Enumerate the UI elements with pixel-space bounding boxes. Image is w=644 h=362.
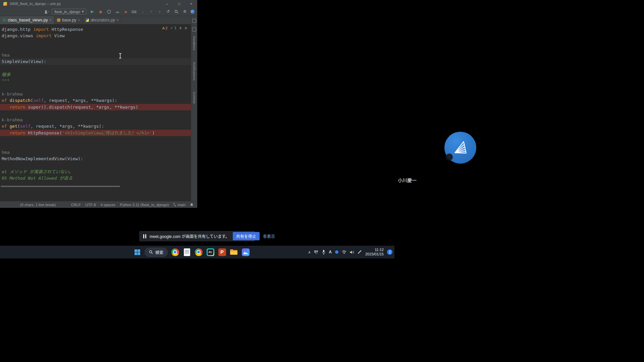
horizontal-scrollbar[interactable] bbox=[1, 186, 120, 187]
editor-pane: django.http import HttpResponsedjango.vi… bbox=[0, 24, 197, 201]
code-line[interactable]: k-brahma bbox=[0, 117, 197, 123]
dropbox-icon[interactable] bbox=[314, 250, 319, 254]
coverage-icon[interactable] bbox=[106, 10, 112, 14]
history-icon[interactable]: ↺ bbox=[165, 9, 171, 14]
taskbar-clock[interactable]: 11:12 2023/01/15 bbox=[365, 248, 384, 256]
clock-time: 11:12 bbox=[365, 248, 384, 252]
next-issue-icon[interactable]: ∨ bbox=[184, 26, 187, 30]
minimize-button[interactable]: – bbox=[161, 2, 173, 6]
copilot-tool-icon[interactable] bbox=[192, 19, 196, 23]
code-line[interactable] bbox=[0, 65, 197, 71]
code-line[interactable] bbox=[0, 136, 197, 142]
code-line[interactable]: MethodNowImplementedView(View): bbox=[0, 156, 197, 162]
taskbar-photos[interactable] bbox=[241, 248, 250, 256]
taskbar-powerpoint[interactable]: P bbox=[218, 248, 226, 256]
debug-icon[interactable] bbox=[98, 10, 103, 14]
code-line[interactable]: et メソッド が実装されていない。 bbox=[0, 169, 197, 175]
tab-close-icon[interactable]: × bbox=[49, 18, 51, 22]
editor-tabs: class_based_views.py × base.py × decorat… bbox=[0, 16, 197, 24]
git-branch[interactable]: main bbox=[173, 203, 185, 207]
code-line[interactable]: ef get(self, request, *args, **kwargs): bbox=[0, 123, 197, 129]
taskbar-notepad[interactable] bbox=[182, 248, 191, 256]
tool-notifications[interactable]: Notifications bbox=[193, 62, 196, 81]
taskbar-search[interactable]: 検索 bbox=[145, 248, 168, 257]
microphone-icon[interactable] bbox=[322, 250, 325, 254]
tab-close-icon[interactable]: × bbox=[78, 18, 80, 22]
tab-class-based-views[interactable]: class_based_views.py × bbox=[0, 16, 54, 24]
indent-style[interactable]: 4 spaces bbox=[101, 203, 115, 207]
code-line[interactable] bbox=[0, 142, 197, 149]
tool-sciview[interactable]: SciView bbox=[193, 92, 196, 104]
run-configuration-select[interactable]: flask_to_django ▾ bbox=[52, 9, 87, 14]
interpreter[interactable]: Python 3.11 (flask_to_django) bbox=[120, 203, 169, 207]
taskbar-pycharm[interactable]: PC bbox=[206, 248, 215, 256]
prev-issue-icon[interactable]: ∧ bbox=[179, 26, 182, 30]
ime-mode-indicator[interactable]: A bbox=[329, 250, 332, 254]
stop-sharing-button[interactable]: 共有を停止 bbox=[233, 232, 260, 240]
start-button[interactable] bbox=[133, 248, 142, 256]
code-line[interactable]: return HttpResponse('<h1>SimpleViewに呼ばれま… bbox=[0, 130, 197, 136]
line-separator[interactable]: CRLF bbox=[71, 203, 81, 207]
bluetooth-tray-icon[interactable] bbox=[335, 250, 338, 254]
tab-label: class_based_views.py bbox=[8, 18, 48, 22]
inspection-widget[interactable]: A 2 ✓ 1 ∧ ∨ bbox=[162, 26, 187, 30]
tray-show-hidden-icon[interactable]: ∧ bbox=[308, 250, 311, 254]
tab-close-icon[interactable]: × bbox=[117, 18, 119, 22]
pycharm-titlebar: 0408_flask_to_django – urls.py – □ × bbox=[0, 0, 197, 7]
volume-icon[interactable] bbox=[350, 250, 354, 254]
code-line[interactable]: k-brahma bbox=[0, 91, 197, 97]
taskbar-explorer[interactable] bbox=[229, 248, 238, 256]
git-push-icon[interactable]: ↑ bbox=[157, 10, 162, 14]
chevron-down-icon: ▾ bbox=[82, 9, 84, 14]
notifications-bell-icon[interactable] bbox=[190, 203, 193, 206]
code-line[interactable]: hma bbox=[0, 149, 197, 156]
stop-button[interactable]: ■ bbox=[123, 10, 128, 14]
code-line[interactable]: 継承 bbox=[0, 71, 197, 78]
pycharm-statusbar: (0 chars, 1 line break) CRLF UTF-8 4 spa… bbox=[0, 201, 197, 208]
tab-base-py[interactable]: base.py × bbox=[54, 16, 83, 24]
code-line[interactable] bbox=[0, 162, 197, 168]
code-line[interactable] bbox=[0, 39, 197, 46]
git-commit-icon[interactable]: ✓ bbox=[149, 9, 154, 14]
git-update-icon[interactable]: ↓ bbox=[140, 10, 146, 14]
windows-taskbar: 検索 PC P ∧ A bbox=[0, 246, 394, 258]
code-line[interactable]: django.views import View bbox=[0, 33, 197, 39]
notification-count-badge[interactable]: 2 bbox=[387, 249, 392, 255]
gradle-tool-icon[interactable] bbox=[192, 27, 196, 32]
code-line[interactable]: 95 Method Not Allowed が返る bbox=[0, 175, 197, 181]
copilot-icon[interactable] bbox=[191, 10, 195, 14]
code-line[interactable] bbox=[0, 110, 197, 117]
code-line[interactable]: """ bbox=[0, 78, 197, 84]
code-line[interactable]: SimpleView(View): bbox=[0, 58, 197, 65]
run-button[interactable]: ▶ bbox=[90, 9, 95, 14]
code-line[interactable] bbox=[0, 46, 197, 52]
code-line[interactable]: return super().dispatch(request, *args, … bbox=[0, 104, 197, 110]
window-title: 0408_flask_to_django – urls.py bbox=[10, 2, 61, 6]
code-line[interactable]: ef dispatch(self, request, *args, **kwar… bbox=[0, 97, 197, 104]
maximize-button[interactable]: □ bbox=[173, 2, 185, 6]
file-encoding[interactable]: UTF-8 bbox=[86, 203, 96, 207]
tool-database[interactable]: Database bbox=[193, 36, 196, 51]
pycharm-toolbar: flask_to_django ▾ ▶ ■ Git: ↓ ✓ ↑ ↺ ⚙ bbox=[0, 7, 197, 16]
django-file-icon bbox=[3, 18, 6, 22]
tab-decorators-py[interactable]: decorators.py × bbox=[83, 16, 122, 24]
pycharm-logo-icon bbox=[3, 2, 7, 6]
profiler-icon[interactable] bbox=[115, 10, 120, 13]
search-everywhere-icon[interactable] bbox=[174, 10, 179, 14]
tab-label: decorators.py bbox=[91, 18, 115, 22]
code-line[interactable]: hma bbox=[0, 52, 197, 58]
chrome-icon bbox=[195, 248, 203, 256]
hide-banner-button[interactable]: 非表示 bbox=[263, 233, 275, 239]
screen: { "icons": { "back": "←", "forward": "→"… bbox=[0, 0, 644, 362]
settings-gear-icon[interactable]: ⚙ bbox=[182, 9, 187, 14]
wifi-icon[interactable] bbox=[342, 250, 346, 254]
code-line[interactable] bbox=[0, 84, 197, 91]
share-message: meet.google.com が画面を共有しています。 bbox=[150, 233, 229, 239]
close-button[interactable]: × bbox=[185, 2, 197, 6]
taskbar-chrome-1[interactable] bbox=[171, 248, 179, 256]
pen-icon[interactable] bbox=[358, 250, 362, 254]
participant-audio-indicator bbox=[446, 154, 453, 161]
user-icon[interactable] bbox=[44, 10, 49, 14]
text-cursor-pointer bbox=[118, 53, 122, 59]
taskbar-chrome-2[interactable] bbox=[194, 248, 203, 256]
